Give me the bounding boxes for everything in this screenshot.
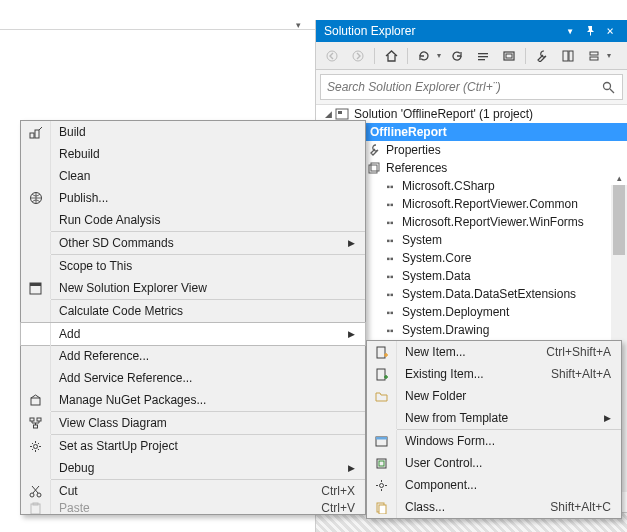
menu-startup[interactable]: Set as StartUp Project	[21, 435, 365, 457]
menu-label: Cut	[51, 484, 321, 498]
tree-label: System.Data	[402, 269, 471, 283]
reference-icon: ▪▪	[382, 215, 398, 229]
sync-icon[interactable]	[414, 46, 434, 66]
tree-label: Microsoft.ReportViewer.WinForms	[402, 215, 584, 229]
reference-icon: ▪▪	[382, 305, 398, 319]
menu-rebuild[interactable]: Rebuild	[21, 143, 365, 165]
dropdown-icon[interactable]: ▾	[607, 51, 611, 60]
menu-label: Debug	[51, 461, 348, 475]
svg-rect-15	[369, 165, 377, 173]
show-all-icon[interactable]	[499, 46, 519, 66]
menu-shortcut: Ctrl+V	[321, 502, 365, 514]
reference-icon: ▪▪	[382, 251, 398, 265]
menu-debug[interactable]: Debug ▶	[21, 457, 365, 479]
user-control-icon	[367, 452, 397, 474]
submenu-from-template[interactable]: New from Template ▶	[367, 407, 621, 429]
submenu-existing-item[interactable]: Existing Item... Shift+Alt+A	[367, 363, 621, 385]
menu-label: Existing Item...	[397, 367, 551, 381]
tree-label: System.Drawing	[402, 323, 489, 337]
reference-icon: ▪▪	[382, 269, 398, 283]
menu-shortcut: Ctrl+Shift+A	[546, 345, 621, 359]
svg-rect-23	[30, 418, 34, 421]
back-icon[interactable]	[322, 46, 342, 66]
tree-label: Solution 'OfflineReport' (1 project)	[354, 107, 533, 121]
gear-icon	[21, 435, 51, 457]
properties-icon[interactable]	[532, 46, 552, 66]
menu-class-diagram[interactable]: View Class Diagram	[21, 412, 365, 434]
menu-shortcut: Shift+Alt+A	[551, 367, 621, 381]
reference-icon: ▪▪	[382, 287, 398, 301]
submenu-arrow-icon: ▶	[348, 329, 365, 339]
menu-new-view[interactable]: New Solution Explorer View	[21, 277, 365, 299]
blank-icon	[21, 345, 51, 367]
toolbar-separator	[525, 48, 526, 64]
menu-cut[interactable]: Cut Ctrl+X	[21, 480, 365, 502]
blank-icon	[21, 457, 51, 479]
menu-label: Add Reference...	[51, 349, 365, 363]
menu-add[interactable]: Add ▶	[21, 323, 365, 345]
submenu-user-control[interactable]: User Control...	[367, 452, 621, 474]
svg-line-12	[610, 89, 614, 93]
collapse-icon[interactable]	[473, 46, 493, 66]
menu-scope[interactable]: Scope to This	[21, 255, 365, 277]
panel-title: Solution Explorer	[324, 20, 559, 42]
preview-icon[interactable]	[558, 46, 578, 66]
menu-publish[interactable]: Publish...	[21, 187, 365, 209]
blank-icon	[21, 323, 51, 345]
submenu-new-folder[interactable]: New Folder	[367, 385, 621, 407]
menu-add-service[interactable]: Add Service Reference...	[21, 367, 365, 389]
menu-label: Run Code Analysis	[51, 213, 365, 227]
editor-divider	[0, 28, 315, 30]
close-icon[interactable]: ×	[601, 22, 619, 40]
menu-label: Class...	[397, 500, 550, 514]
panel-search[interactable]	[320, 74, 623, 100]
scroll-up-icon[interactable]: ▴	[611, 171, 627, 185]
search-icon[interactable]	[602, 81, 622, 94]
form-icon	[367, 430, 397, 452]
forward-icon[interactable]	[348, 46, 368, 66]
dropdown-icon[interactable]: ▾	[437, 51, 441, 60]
menu-build[interactable]: Build	[21, 121, 365, 143]
menu-label: Add Service Reference...	[51, 371, 365, 385]
menu-shortcut: Shift+Alt+C	[550, 500, 621, 514]
editor-dropdown-icon[interactable]: ▾	[296, 20, 301, 30]
submenu-class[interactable]: Class... Shift+Alt+C	[367, 496, 621, 518]
svg-rect-17	[30, 133, 34, 138]
collapse-icon[interactable]: ◢	[322, 109, 334, 119]
search-input[interactable]	[321, 80, 602, 94]
panel-toolbar: ▾ ▾	[316, 42, 627, 70]
svg-rect-7	[563, 51, 568, 61]
menu-label: Set as StartUp Project	[51, 439, 365, 453]
svg-point-11	[604, 82, 611, 89]
scrollbar-thumb[interactable]	[613, 185, 625, 255]
submenu-component[interactable]: Component...	[367, 474, 621, 496]
submenu-windows-form[interactable]: Windows Form...	[367, 430, 621, 452]
svg-point-37	[380, 483, 384, 487]
view-icon[interactable]	[584, 46, 604, 66]
svg-rect-9	[590, 52, 598, 55]
refresh-icon[interactable]	[447, 46, 467, 66]
pin-icon[interactable]	[581, 22, 599, 40]
menu-run-analysis[interactable]: Run Code Analysis	[21, 209, 365, 231]
tree-label: Properties	[386, 143, 441, 157]
blank-icon	[21, 143, 51, 165]
references-icon	[366, 161, 382, 175]
dropdown-icon[interactable]: ▾	[561, 22, 579, 40]
home-icon[interactable]	[381, 46, 401, 66]
submenu-new-item[interactable]: New Item... Ctrl+Shift+A	[367, 341, 621, 363]
svg-point-1	[353, 51, 363, 61]
menu-metrics[interactable]: Calculate Code Metrics	[21, 300, 365, 322]
svg-rect-8	[569, 51, 573, 61]
reference-icon: ▪▪	[382, 179, 398, 193]
menu-nuget[interactable]: Manage NuGet Packages...	[21, 389, 365, 411]
menu-label: Calculate Code Metrics	[51, 304, 365, 318]
tree-label: Microsoft.ReportViewer.Common	[402, 197, 578, 211]
menu-other-sd[interactable]: Other SD Commands ▶	[21, 232, 365, 254]
menu-label: New Solution Explorer View	[51, 281, 365, 295]
menu-label: Scope to This	[51, 259, 365, 273]
publish-icon	[21, 187, 51, 209]
svg-rect-4	[478, 59, 485, 60]
menu-add-reference[interactable]: Add Reference...	[21, 345, 365, 367]
menu-clean[interactable]: Clean	[21, 165, 365, 187]
blank-icon	[21, 367, 51, 389]
